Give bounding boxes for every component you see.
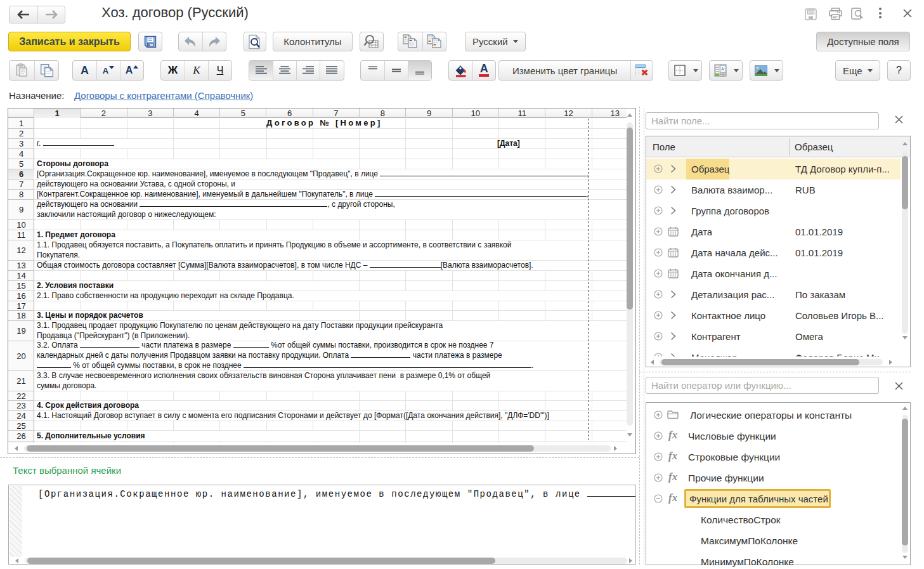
- svg-text:А:: А:: [721, 67, 726, 71]
